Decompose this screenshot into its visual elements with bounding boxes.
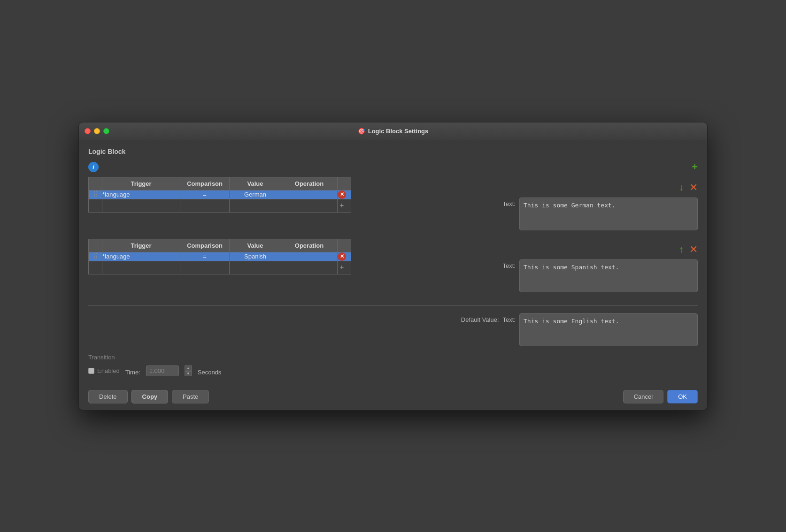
table-row-empty-2: + bbox=[89, 261, 351, 274]
condition-2-actions: ↑ ✕ bbox=[503, 243, 698, 256]
window-body: Logic Block i + Trigger Comparison Valu bbox=[79, 140, 707, 410]
delete-condition-button-2[interactable]: ✕ bbox=[689, 243, 698, 256]
empty-value-1 bbox=[230, 199, 281, 212]
add-row-button-2[interactable]: + bbox=[338, 263, 346, 272]
transition-time-input[interactable] bbox=[146, 365, 179, 376]
bottom-right-buttons: Cancel OK bbox=[623, 390, 698, 403]
seconds-label: Seconds bbox=[198, 366, 222, 376]
empty-comparison-1 bbox=[180, 199, 230, 212]
remove-row-1[interactable]: ✕ bbox=[338, 190, 351, 199]
comparison-cell-2[interactable]: = bbox=[180, 252, 230, 261]
operation-cell-2[interactable] bbox=[281, 252, 338, 261]
drag-icon: ⠿ bbox=[93, 190, 98, 198]
transition-enabled-label[interactable]: Enabled bbox=[88, 367, 120, 374]
stepper-down[interactable]: ▼ bbox=[185, 371, 192, 376]
header-value-2: Value bbox=[230, 239, 281, 252]
window-title: 🎯 Logic Block Settings bbox=[358, 128, 429, 135]
operation-cell-1[interactable] bbox=[281, 190, 338, 199]
delete-condition-button-1[interactable]: ✕ bbox=[689, 182, 698, 194]
condition-1-table-area: Trigger Comparison Value Operation ⠿ bbox=[88, 177, 498, 213]
trigger-cell-1[interactable]: *language bbox=[102, 190, 180, 199]
condition-1-actions: ↓ ✕ bbox=[503, 182, 698, 194]
condition-1-text-section: Text: This is some German text. bbox=[503, 198, 698, 230]
table-row[interactable]: ⠿ *language = German ✕ bbox=[89, 190, 351, 199]
title-icon: 🎯 bbox=[358, 128, 365, 135]
trigger-cell-2[interactable]: *language bbox=[102, 252, 180, 261]
table-header-row-1: Trigger Comparison Value Operation bbox=[89, 177, 351, 190]
condition-2-table: Trigger Comparison Value Operation ⠿ bbox=[88, 239, 351, 274]
condition-1-right: ↓ ✕ Text: This is some German text. bbox=[498, 177, 698, 230]
table-row[interactable]: ⠿ *language = Spanish ✕ bbox=[89, 252, 351, 261]
condition-block-1: Trigger Comparison Value Operation ⠿ bbox=[88, 177, 698, 230]
transition-title: Transition bbox=[88, 354, 698, 361]
ok-button[interactable]: OK bbox=[667, 390, 698, 403]
text-input-2[interactable]: This is some Spanish text. bbox=[519, 259, 698, 292]
section-title: Logic Block bbox=[88, 148, 698, 155]
header-comparison-2: Comparison bbox=[180, 239, 230, 252]
empty-operation-1 bbox=[281, 199, 338, 212]
add-condition-button[interactable]: + bbox=[692, 162, 698, 172]
close-button[interactable] bbox=[85, 128, 91, 134]
table-header-row-2: Trigger Comparison Value Operation bbox=[89, 239, 351, 252]
comparison-cell-1[interactable]: = bbox=[180, 190, 230, 199]
transition-section: Transition Enabled Time: ▲ ▼ Seconds bbox=[88, 354, 698, 376]
condition-block-2: Trigger Comparison Value Operation ⠿ bbox=[88, 239, 698, 292]
content-area: i + Trigger Comparison Value Operation bbox=[88, 162, 698, 403]
header-operation-2: Operation bbox=[281, 239, 338, 252]
table-row-empty-1: + bbox=[89, 199, 351, 212]
condition-2-table-area: Trigger Comparison Value Operation ⠿ bbox=[88, 239, 498, 274]
traffic-lights bbox=[85, 128, 109, 134]
default-value-section: Default Value: Text: This is some Englis… bbox=[88, 313, 698, 346]
main-window: 🎯 Logic Block Settings Logic Block i + T… bbox=[78, 122, 708, 410]
condition-2-right: ↑ ✕ Text: This is some Spanish text. bbox=[498, 239, 698, 292]
add-row-button-1[interactable]: + bbox=[338, 201, 346, 210]
section-divider bbox=[88, 305, 698, 306]
header-drag-2 bbox=[89, 239, 102, 252]
transition-time-label: Time: bbox=[125, 366, 140, 376]
text-label-1: Text: bbox=[503, 198, 516, 207]
empty-value-2 bbox=[230, 261, 281, 274]
add-row-1[interactable]: + bbox=[338, 199, 351, 212]
header-remove-2 bbox=[338, 239, 351, 252]
empty-comparison-2 bbox=[180, 261, 230, 274]
bottom-left-buttons: Delete Copy Paste bbox=[88, 390, 209, 403]
add-row-2[interactable]: + bbox=[338, 261, 351, 274]
header-drag-1 bbox=[89, 177, 102, 190]
transition-controls: Enabled Time: ▲ ▼ Seconds bbox=[88, 365, 698, 376]
transition-enabled-checkbox[interactable] bbox=[88, 368, 94, 374]
default-text-label: Text: bbox=[503, 313, 516, 323]
text-label-2: Text: bbox=[503, 259, 516, 269]
titlebar: 🎯 Logic Block Settings bbox=[79, 122, 707, 140]
text-input-1[interactable]: This is some German text. bbox=[519, 198, 698, 230]
remove-row-2[interactable]: ✕ bbox=[338, 252, 351, 261]
minimize-button[interactable] bbox=[94, 128, 100, 134]
empty-operation-2 bbox=[281, 261, 338, 274]
header-value-1: Value bbox=[230, 177, 281, 190]
delete-button[interactable]: Delete bbox=[88, 390, 128, 403]
maximize-button[interactable] bbox=[103, 128, 109, 134]
stepper-up[interactable]: ▲ bbox=[185, 365, 192, 371]
paste-button[interactable]: Paste bbox=[172, 390, 209, 403]
drag-icon-2: ⠿ bbox=[93, 252, 98, 260]
remove-button-1[interactable]: ✕ bbox=[338, 190, 346, 199]
header-trigger-2: Trigger bbox=[102, 239, 180, 252]
cancel-button[interactable]: Cancel bbox=[623, 390, 663, 403]
time-stepper[interactable]: ▲ ▼ bbox=[185, 365, 192, 376]
default-value-label: Default Value: bbox=[461, 313, 499, 323]
empty-trigger-1 bbox=[102, 199, 180, 212]
value-cell-2[interactable]: Spanish bbox=[230, 252, 281, 261]
value-cell-1[interactable]: German bbox=[230, 190, 281, 199]
move-up-button-2[interactable]: ↑ bbox=[679, 244, 684, 255]
header-operation-1: Operation bbox=[281, 177, 338, 190]
default-text-input[interactable]: This is some English text. bbox=[519, 313, 698, 346]
copy-button[interactable]: Copy bbox=[131, 390, 169, 403]
remove-button-2[interactable]: ✕ bbox=[338, 252, 346, 261]
drag-handle-1[interactable]: ⠿ bbox=[89, 190, 102, 199]
drag-handle-2[interactable]: ⠿ bbox=[89, 252, 102, 261]
header-trigger-1: Trigger bbox=[102, 177, 180, 190]
info-icon[interactable]: i bbox=[88, 162, 99, 172]
move-down-button-1[interactable]: ↓ bbox=[679, 182, 684, 193]
header-remove-1 bbox=[338, 177, 351, 190]
empty-trigger-2 bbox=[102, 261, 180, 274]
condition-1-table: Trigger Comparison Value Operation ⠿ bbox=[88, 177, 351, 213]
